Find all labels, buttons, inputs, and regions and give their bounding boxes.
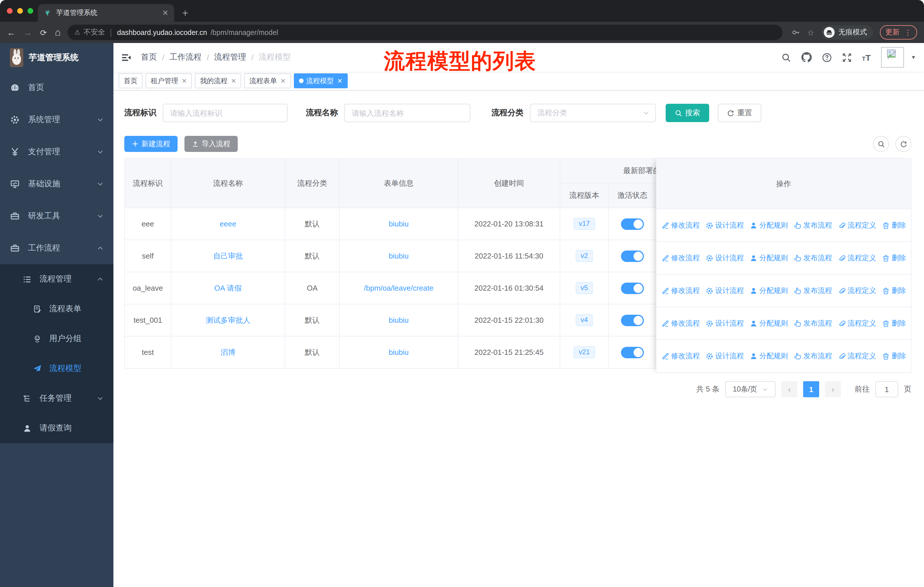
browser-menu-icon[interactable]: ⋮ — [904, 28, 911, 37]
action-trash-link[interactable]: 删除 — [882, 286, 906, 296]
sidebar-item-yen[interactable]: 支付管理 — [0, 136, 114, 168]
action-publish-link[interactable]: 发布流程 — [794, 286, 832, 296]
cell-name-link[interactable]: OA 请假 — [214, 283, 241, 292]
action-trash-link[interactable]: 删除 — [882, 318, 906, 328]
reset-button[interactable]: 重置 — [718, 104, 761, 122]
process-id-input[interactable] — [163, 104, 287, 122]
prev-page-button[interactable]: ‹ — [781, 381, 797, 397]
sidebar-logo[interactable]: 芋道管理系统 — [0, 43, 114, 72]
home-icon[interactable]: ⌂ — [55, 26, 61, 38]
tag-item[interactable]: 我的流程✕ — [195, 73, 241, 88]
font-size-icon[interactable]: TT — [862, 53, 871, 62]
action-trash-link[interactable]: 删除 — [882, 253, 906, 263]
breadcrumb-item[interactable]: 流程管理 — [214, 52, 246, 63]
toggle-search-button[interactable] — [873, 136, 889, 152]
help-icon[interactable] — [822, 53, 832, 62]
import-process-button[interactable]: 导入流程 — [185, 136, 238, 152]
cell-name-link[interactable]: 滔博 — [221, 348, 236, 356]
action-gear-link[interactable]: 设计流程 — [705, 253, 744, 263]
action-person-link[interactable]: 分配规则 — [749, 286, 788, 296]
sidebar-item-toolbox[interactable]: 工作流程 — [0, 232, 114, 264]
action-publish-link[interactable]: 发布流程 — [794, 253, 832, 263]
breadcrumb-item[interactable]: 工作流程 — [170, 52, 201, 63]
action-person-link[interactable]: 分配规则 — [749, 220, 788, 230]
action-clip-link[interactable]: 流程定义 — [838, 253, 876, 263]
update-button[interactable]: 更新 ⋮ — [879, 25, 917, 40]
process-category-select[interactable]: 流程分类 — [530, 104, 656, 122]
action-trash-link[interactable]: 删除 — [882, 351, 906, 361]
active-toggle[interactable] — [621, 347, 644, 358]
back-icon[interactable]: ← — [7, 28, 15, 37]
window-controls[interactable] — [7, 8, 33, 14]
sidebar-item-toolbox[interactable]: 研发工具 — [0, 200, 114, 232]
minimize-window-button[interactable] — [17, 8, 23, 14]
action-edit-link[interactable]: 修改流程 — [662, 220, 700, 230]
url-bar[interactable]: ⚠ 不安全 dashboard.yudao.iocoder.cn /bpm/ma… — [68, 25, 782, 40]
action-trash-link[interactable]: 删除 — [882, 220, 906, 230]
tag-active[interactable]: 流程模型✕ — [294, 73, 347, 88]
tag-item[interactable]: 流程表单✕ — [244, 73, 291, 88]
tag-close-icon[interactable]: ✕ — [231, 77, 236, 84]
tag-item[interactable]: 首页 — [119, 73, 143, 88]
tag-close-icon[interactable]: ✕ — [337, 77, 342, 84]
action-publish-link[interactable]: 发布流程 — [794, 318, 832, 328]
sidebar-subitem-list[interactable]: 流程管理 — [0, 264, 114, 294]
active-toggle[interactable] — [621, 250, 644, 262]
action-publish-link[interactable]: 发布流程 — [794, 351, 832, 361]
browser-tab[interactable]: 芋道管理系统 ✕ — [38, 4, 174, 22]
current-page-button[interactable]: 1 — [803, 381, 819, 397]
forward-icon[interactable]: → — [23, 28, 32, 37]
action-publish-link[interactable]: 发布流程 — [794, 220, 832, 230]
sidebar-subitem-person[interactable]: 请假查询 — [0, 413, 114, 443]
breadcrumb-item[interactable]: 首页 — [141, 52, 157, 63]
cell-form-link[interactable]: biubiu — [389, 220, 408, 228]
avatar-dropdown-icon[interactable]: ▼ — [911, 55, 916, 60]
action-edit-link[interactable]: 修改流程 — [662, 351, 700, 361]
action-person-link[interactable]: 分配规则 — [749, 351, 788, 361]
process-name-input[interactable] — [344, 104, 470, 122]
reload-icon[interactable]: ⟳ — [40, 28, 47, 37]
action-edit-link[interactable]: 修改流程 — [662, 286, 700, 296]
cell-form-link[interactable]: /bpm/oa/leave/create — [364, 284, 434, 293]
cell-form-link[interactable]: biubiu — [389, 316, 408, 324]
action-clip-link[interactable]: 流程定义 — [838, 286, 876, 296]
tab-close-icon[interactable]: ✕ — [162, 8, 168, 17]
close-window-button[interactable] — [7, 8, 13, 14]
sidebar-subitem-users[interactable]: 用户分组 — [0, 324, 114, 354]
action-gear-link[interactable]: 设计流程 — [705, 286, 744, 296]
action-gear-link[interactable]: 设计流程 — [705, 351, 744, 361]
action-clip-link[interactable]: 流程定义 — [838, 220, 876, 230]
action-edit-link[interactable]: 修改流程 — [662, 253, 700, 263]
sidebar-subitem-tasks[interactable]: 任务管理 — [0, 384, 114, 413]
next-page-button[interactable]: › — [825, 381, 841, 397]
fullscreen-icon[interactable] — [842, 53, 852, 62]
sidebar-item-dashboard[interactable]: 首页 — [0, 72, 114, 104]
page-size-select[interactable]: 10条/页 — [725, 381, 776, 397]
sidebar-subitem-plane[interactable]: 流程模型 — [0, 354, 114, 384]
sidebar-item-gear[interactable]: 系统管理 — [0, 104, 114, 136]
create-process-button[interactable]: 新建流程 — [124, 136, 178, 152]
cell-form-link[interactable]: biubiu — [389, 251, 408, 260]
action-person-link[interactable]: 分配规则 — [749, 253, 788, 263]
maximize-window-button[interactable] — [28, 8, 33, 14]
cell-name-link[interactable]: eeee — [220, 220, 236, 228]
active-toggle[interactable] — [621, 218, 644, 230]
active-toggle[interactable] — [621, 314, 644, 326]
action-clip-link[interactable]: 流程定义 — [838, 318, 876, 328]
key-icon[interactable] — [792, 28, 800, 37]
search-button[interactable]: 搜索 — [666, 104, 709, 122]
sidebar-collapse-icon[interactable] — [121, 53, 131, 62]
github-icon[interactable] — [802, 52, 812, 63]
action-edit-link[interactable]: 修改流程 — [662, 318, 700, 328]
tag-item[interactable]: 租户管理✕ — [145, 73, 192, 88]
goto-page-input[interactable] — [875, 381, 898, 397]
cell-name-link[interactable]: 测试多审批人 — [206, 316, 250, 324]
action-gear-link[interactable]: 设计流程 — [705, 318, 744, 328]
sidebar-subitem-form[interactable]: 流程表单 — [0, 294, 114, 324]
action-person-link[interactable]: 分配规则 — [749, 318, 788, 328]
cell-name-link[interactable]: 自己审批 — [213, 251, 243, 260]
new-tab-button[interactable]: + — [182, 8, 188, 18]
refresh-table-button[interactable] — [895, 136, 911, 152]
action-clip-link[interactable]: 流程定义 — [838, 351, 876, 361]
bookmark-star-icon[interactable]: ☆ — [807, 28, 814, 37]
